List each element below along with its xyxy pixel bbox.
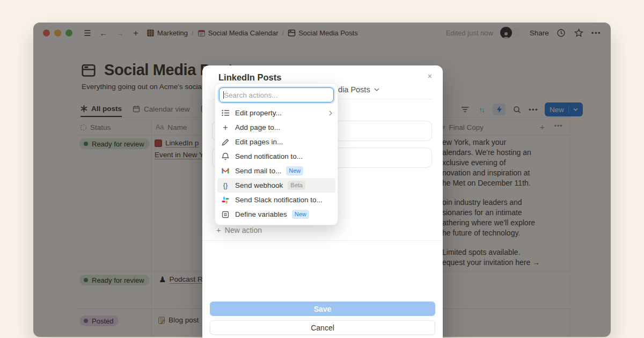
automation-modal: LinkedIn Posts × dia Posts Edit property… [202,65,443,338]
new-badge: New [286,166,303,175]
menu-item-send-slack-notification[interactable]: Send Slack notification to... [217,193,335,207]
beta-badge: Beta [288,181,305,189]
slack-icon [221,195,230,205]
plus-icon: + [221,123,230,133]
search-input[interactable] [219,87,334,102]
menu-item-edit-pages[interactable]: Edit pages in... [217,135,335,149]
new-action-button[interactable]: + New action [216,225,262,234]
save-button[interactable]: Save [210,302,435,316]
modal-title: LinkedIn Posts [218,72,281,83]
new-badge: New [292,210,309,218]
braces-icon: {} [221,181,230,190]
plus-icon: + [216,225,221,234]
pencil-icon [221,137,230,147]
menu-item-send-notification[interactable]: Send notification to... [217,149,335,164]
modal-divider [202,240,443,241]
chevron-down-icon [374,88,379,91]
variables-doc-icon [221,210,230,219]
menu-item-send-mail[interactable]: Send mail to... New [217,164,335,178]
menu-item-add-page[interactable]: + Add page to... [217,120,335,135]
trigger-database-select[interactable]: dia Posts [338,85,379,94]
menu-item-send-webhook[interactable]: {} Send webhook Beta [217,178,335,193]
menu-item-define-variables[interactable]: Define variables New [217,207,335,222]
screenshot-canvas: ☰ ← → + Marketing / Social Media Calenda… [0,0,644,338]
bell-icon [221,152,230,161]
close-icon[interactable]: × [424,70,436,82]
text-caret [223,91,224,99]
actions-dropdown: Edit property... + Add page to... Edit p… [215,83,338,225]
cancel-button[interactable]: Cancel [210,320,435,335]
menu-item-edit-property[interactable]: Edit property... [217,106,335,120]
gmail-icon [221,166,230,176]
list-icon [221,108,230,118]
chevron-right-icon [329,111,332,116]
